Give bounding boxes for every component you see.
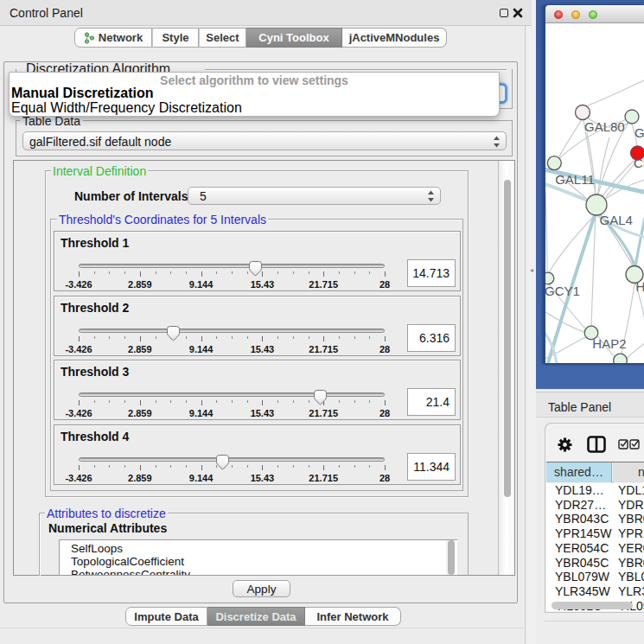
svg-text:H: H <box>636 279 644 294</box>
svg-text:GAL4: GAL4 <box>600 213 633 227</box>
svg-text:CD: CD <box>634 156 644 170</box>
svg-text:GCY1: GCY1 <box>545 284 580 298</box>
svg-text:GAL11: GAL11 <box>555 172 595 187</box>
svg-text:HAP2: HAP2 <box>592 336 626 351</box>
svg-text:GA: GA <box>634 125 644 140</box>
svg-text:GAL80: GAL80 <box>584 119 625 134</box>
